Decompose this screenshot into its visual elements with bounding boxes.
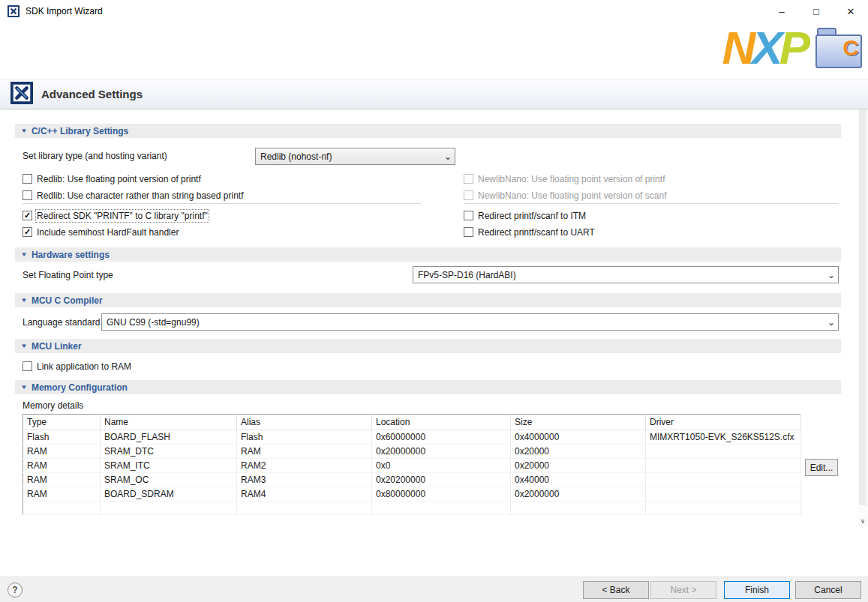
scroll-down-icon: ∨ — [860, 517, 866, 525]
cell-driver — [646, 473, 801, 487]
cell-location: 0x60000000 — [372, 430, 511, 445]
section-title-linker: MCU Linker — [32, 341, 82, 352]
checkbox-link-to-ram[interactable]: Link application to RAM — [23, 361, 131, 372]
checkbox-box[interactable] — [23, 190, 32, 200]
checkbox-box-checked[interactable]: ✓ — [23, 211, 32, 220]
table-header-row: Type Name Alias Location Size Driver — [23, 415, 801, 430]
library-type-label: Set library type (and hosting variant) — [23, 151, 167, 162]
check-icon: ✓ — [24, 228, 31, 236]
cell-type: RAM — [23, 445, 101, 459]
section-header-memory[interactable]: ▼ Memory Configuration — [15, 380, 841, 394]
cell-name: BOARD_FLASH — [101, 430, 237, 445]
table-row[interactable]: RAM SRAM_ITC RAM2 0x0 0x20000 — [23, 459, 801, 473]
floating-point-select[interactable]: FPv5-SP-D16 (HardABI) ⌄ — [413, 266, 839, 283]
checkbox-newlibnano-float-printf[interactable]: NewlibNano: Use floating point version o… — [464, 173, 665, 184]
app-icon — [8, 5, 20, 17]
memory-details-label: Memory details — [23, 400, 83, 412]
checkbox-box[interactable] — [464, 190, 473, 200]
nxp-letter-n: N — [722, 26, 752, 70]
checkbox-semihost-hardfault[interactable]: ✓ Include semihost HardFault handler — [23, 226, 179, 238]
checkbox-redirect-itm[interactable]: Redirect printf/scanf to ITM — [464, 210, 586, 221]
section-title-compiler: MCU C Compiler — [32, 295, 103, 306]
cell-size: 0x40000 — [511, 473, 646, 487]
mcuxpresso-folder-icon: C — [815, 28, 862, 68]
col-header-alias: Alias — [237, 415, 372, 430]
table-row[interactable]: RAM BOARD_SDRAM RAM4 0x80000000 0x200000… — [23, 487, 801, 502]
scrollbar-thumb[interactable] — [859, 109, 866, 505]
help-button[interactable]: ? — [8, 583, 23, 598]
close-button[interactable]: ✕ — [833, 0, 868, 22]
minimize-button[interactable]: – — [764, 0, 799, 22]
cell-type: RAM — [23, 487, 101, 502]
cell-size: 0x20000 — [511, 445, 646, 459]
back-button[interactable]: < Back — [583, 581, 649, 599]
section-header-library[interactable]: ▼ C/C++ Library Settings — [15, 124, 841, 138]
checkbox-newlibnano-float-scanf[interactable]: NewlibNano: Use floating point version o… — [464, 190, 666, 201]
checkbox-box[interactable] — [23, 174, 32, 184]
cell-size: 0x2000000 — [511, 487, 646, 502]
checkbox-box[interactable] — [23, 361, 32, 371]
footer-bar: ? < Back Next > Finish Cancel — [0, 577, 868, 602]
finish-button[interactable]: Finish — [724, 581, 790, 599]
language-standard-value: GNU C99 (-std=gnu99) — [107, 317, 200, 328]
floating-point-label: Set Floating Point type — [23, 270, 113, 281]
scroll-down-button[interactable]: ∨ — [857, 515, 868, 527]
library-type-value: Redlib (nohost-nf) — [260, 151, 332, 162]
language-standard-select[interactable]: GNU C99 (-std=gnu99) ⌄ — [101, 313, 839, 331]
library-type-select[interactable]: Redlib (nohost-nf) ⌄ — [255, 148, 455, 165]
memory-table[interactable]: Type Name Alias Location Size Driver Fla… — [23, 414, 801, 515]
checkbox-box[interactable] — [464, 227, 473, 237]
cell-type: RAM — [23, 473, 101, 487]
cell-name: SRAM_ITC — [101, 459, 237, 473]
folder-c-letter: C — [842, 37, 859, 59]
language-standard-label: Language standard — [23, 317, 100, 328]
col-header-size: Size — [511, 415, 646, 430]
table-row[interactable]: RAM SRAM_OC RAM3 0x20200000 0x40000 — [23, 473, 801, 487]
next-button[interactable]: Next > — [650, 581, 716, 599]
table-row-empty[interactable] — [23, 502, 801, 515]
cell-location: 0x0 — [372, 459, 511, 473]
edit-button[interactable]: Edit... — [805, 459, 838, 476]
checkbox-redlib-char-printf[interactable]: Redlib: Use character rather than string… — [23, 190, 243, 201]
nxp-wordmark: N X P — [722, 26, 807, 70]
checkbox-box[interactable] — [464, 211, 473, 220]
section-header-hardware[interactable]: ▼ Hardware settings — [15, 247, 841, 262]
check-icon: ✓ — [24, 211, 31, 220]
cell-driver — [646, 502, 801, 515]
cell-driver — [646, 445, 801, 459]
collapse-arrow-icon: ▼ — [20, 297, 28, 304]
cell-size: 0x4000000 — [511, 430, 646, 445]
cell-size — [511, 502, 646, 515]
section-title-memory: Memory Configuration — [32, 382, 128, 393]
cell-alias: RAM — [237, 445, 372, 459]
table-row[interactable]: Flash BOARD_FLASH Flash 0x60000000 0x400… — [23, 430, 801, 445]
checkbox-redlib-float-printf[interactable]: Redlib: Use floating point version of pr… — [23, 173, 201, 184]
table-row[interactable]: RAM SRAM_DTC RAM 0x20000000 0x20000 — [23, 445, 801, 459]
checkbox-redirect-sdk-printf[interactable]: ✓ Redirect SDK "PRINTF" to C library "pr… — [23, 210, 208, 221]
collapse-arrow-icon: ▼ — [20, 384, 28, 391]
help-icon: ? — [12, 585, 17, 595]
checkbox-box[interactable] — [464, 174, 473, 184]
checkbox-redirect-uart[interactable]: Redirect printf/scanf to UART — [464, 226, 595, 238]
cell-name — [101, 502, 237, 515]
cell-type — [23, 502, 101, 515]
collapse-arrow-icon: ▼ — [20, 127, 28, 134]
window-controls: – □ ✕ — [764, 0, 868, 22]
maximize-button[interactable]: □ — [799, 0, 833, 22]
cell-alias: RAM2 — [237, 459, 372, 473]
cell-driver — [646, 459, 801, 473]
floating-point-value: FPv5-SP-D16 (HardABI) — [418, 270, 516, 280]
section-header-compiler[interactable]: ▼ MCU C Compiler — [15, 293, 841, 307]
checkbox-box-checked[interactable]: ✓ — [23, 227, 32, 237]
nxp-letter-p: P — [779, 26, 806, 70]
cell-name: BOARD_SDRAM — [101, 487, 237, 502]
section-header-linker[interactable]: ▼ MCU Linker — [15, 339, 841, 353]
vertical-scrollbar[interactable]: ∨ — [857, 109, 868, 527]
separator — [464, 203, 838, 204]
section-title-library: C/C++ Library Settings — [32, 126, 128, 136]
cell-driver: MIMXRT1050-EVK_S26KS512S.cfx — [646, 430, 801, 445]
nxp-logo: N X P C — [722, 24, 863, 72]
cell-name: SRAM_OC — [101, 473, 237, 487]
cell-location: 0x20200000 — [372, 473, 511, 487]
cancel-button[interactable]: Cancel — [795, 581, 861, 599]
